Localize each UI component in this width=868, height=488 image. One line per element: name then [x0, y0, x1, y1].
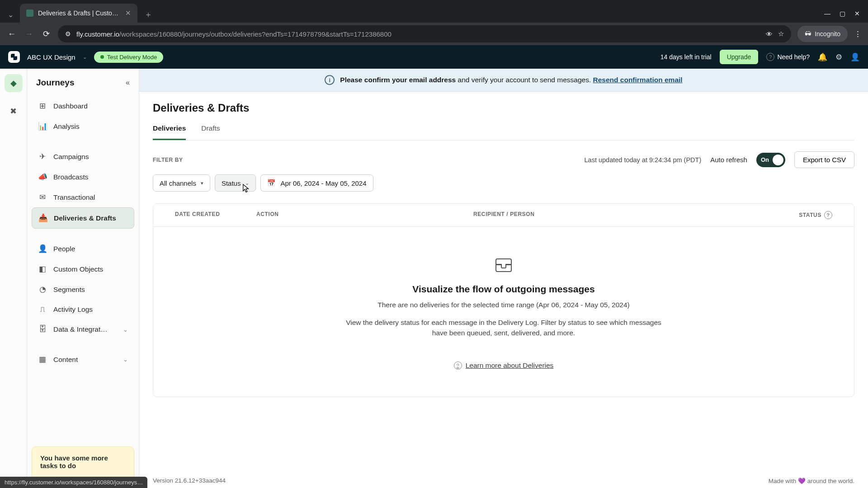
sidebar-item-deliveries[interactable]: 📥Deliveries & Drafts — [32, 207, 134, 229]
collapse-icon[interactable]: « — [126, 79, 130, 87]
sidebar-item-custom-objects[interactable]: ◧Custom Objects — [32, 259, 134, 279]
col-status-label: STATUS — [799, 212, 821, 218]
auto-refresh-toggle[interactable]: On — [756, 153, 785, 167]
favicon-icon — [26, 9, 33, 17]
incognito-label: Incognito — [815, 30, 840, 38]
status-dot-icon — [100, 55, 104, 59]
sidebar-item-transactional[interactable]: ✉Transactional — [32, 187, 134, 207]
sidebar-item-segments[interactable]: ◔Segments — [32, 279, 134, 300]
window-close-icon[interactable]: ✕ — [854, 10, 860, 17]
page-title: Deliveries & Drafts — [153, 102, 854, 114]
help-icon: ? — [454, 361, 462, 370]
sidebar-item-people[interactable]: 👤People — [32, 239, 134, 259]
tab-deliveries[interactable]: Deliveries — [153, 124, 186, 140]
back-icon[interactable]: ← — [6, 29, 17, 39]
empty-subtitle: There are no deliveries for the selected… — [171, 301, 836, 309]
avatar-icon[interactable]: 👤 — [850, 52, 860, 62]
site-info-icon[interactable]: ⚙ — [65, 30, 71, 38]
sidebar-item-analysis[interactable]: 📊Analysis — [32, 116, 134, 136]
col-recipient: RECIPIENT / PERSON — [473, 211, 783, 219]
bookmark-icon[interactable]: ☆ — [778, 30, 784, 38]
inbox-empty-icon — [495, 258, 512, 272]
sidebar-item-dashboard[interactable]: ⊞Dashboard — [32, 96, 134, 116]
gear-icon[interactable]: ⚙ — [835, 52, 842, 62]
upgrade-button[interactable]: Upgrade — [720, 50, 759, 64]
help-icon[interactable]: ? — [824, 211, 832, 219]
resend-confirmation-link[interactable]: Resend confirmation email — [593, 76, 683, 84]
sidebar-item-broadcasts[interactable]: 📣Broadcasts — [32, 167, 134, 187]
sidebar-title: Journeys — [36, 78, 74, 88]
maximize-icon[interactable]: ▢ — [840, 10, 845, 17]
sidebar-item-label: Campaigns — [53, 153, 89, 161]
sidebar-item-label: Dashboard — [53, 102, 88, 110]
sidebar-item-content[interactable]: ▦Content⌄ — [32, 349, 134, 370]
send-icon: ✈ — [38, 152, 47, 161]
megaphone-icon: 📣 — [38, 172, 47, 182]
browser-tab[interactable]: Deliveries & Drafts | Customer... ✕ — [20, 4, 137, 23]
tab-title: Deliveries & Drafts | Customer... — [38, 9, 121, 17]
trial-text: 14 days left in trial — [660, 53, 712, 61]
url-host: fly.customer.io — [76, 30, 119, 38]
chevron-down-icon: ⌄ — [123, 356, 128, 363]
workspace-name[interactable]: ABC UX Design — [27, 53, 75, 61]
chevron-down-icon: ⌄ — [245, 180, 249, 186]
app-logo-icon[interactable] — [8, 51, 20, 63]
delivery-mode-pill[interactable]: Test Delivery Mode — [94, 52, 164, 63]
dashboard-icon: ⊞ — [38, 101, 47, 111]
sidebar-item-label: Custom Objects — [53, 265, 103, 273]
mode-label: Test Delivery Mode — [107, 54, 157, 61]
table-icon: ▦ — [38, 355, 47, 364]
eye-off-icon[interactable]: 👁 — [766, 30, 773, 38]
pulse-icon: ⎍ — [38, 305, 47, 314]
caret-down-icon: ▾ — [201, 180, 203, 186]
channels-filter[interactable]: All channels ▾ — [153, 174, 210, 192]
rail-secondary[interactable]: ✖ — [5, 102, 23, 120]
address-bar[interactable]: ⚙ fly.customer.io/workspaces/160880/jour… — [58, 25, 791, 42]
status-filter[interactable]: Status ⌄ — [215, 174, 256, 192]
sidebar-item-campaigns[interactable]: ✈Campaigns — [32, 146, 134, 167]
help-icon: ? — [766, 53, 774, 61]
sidebar-item-label: People — [53, 245, 75, 253]
toast-text: You have some more tasks to do — [40, 454, 108, 469]
sidebar-item-data-integrations[interactable]: 🗄Data & Integrat…⌄ — [32, 319, 134, 339]
help-label: Need help? — [777, 53, 810, 61]
chrome-menu-icon[interactable]: ⋮ — [854, 29, 862, 39]
sidebar-item-label: Content — [53, 356, 78, 364]
tab-drafts[interactable]: Drafts — [201, 124, 220, 140]
chart-icon: 📊 — [38, 122, 47, 131]
learn-more-label: Learn more about Deliveries — [466, 361, 554, 370]
rail-journeys[interactable]: ◆ — [5, 74, 23, 92]
tab-search-dropdown[interactable]: ⌄ — [4, 6, 17, 23]
sidebar-item-label: Broadcasts — [53, 173, 89, 181]
chevron-down-icon[interactable]: ⌄ — [83, 54, 87, 60]
forward-icon[interactable]: → — [24, 29, 34, 39]
sidebar-item-label: Data & Integrat… — [53, 325, 108, 333]
export-csv-button[interactable]: Export to CSV — [794, 151, 854, 168]
minimize-icon[interactable]: — — [824, 10, 830, 17]
close-icon[interactable]: ✕ — [125, 9, 131, 17]
person-icon: 👤 — [38, 244, 47, 253]
help-link[interactable]: ? Need help? — [766, 53, 810, 61]
footer-tagline: Made with 💜 around the world. — [769, 477, 854, 484]
bell-icon[interactable]: 🔔 — [818, 52, 827, 62]
cube-icon: ◧ — [38, 264, 47, 274]
layers-icon: 🗄 — [38, 325, 47, 334]
incognito-indicator[interactable]: 🕶 Incognito — [797, 26, 848, 42]
empty-title: Visualize the flow of outgoing messages — [171, 284, 836, 295]
toggle-on-label: On — [761, 156, 769, 163]
col-status: STATUS ? — [783, 211, 832, 219]
col-date-created: DATE CREATED — [175, 211, 256, 219]
date-range-label: Apr 06, 2024 - May 05, 2024 — [280, 179, 366, 187]
date-range-filter[interactable]: 📅 Apr 06, 2024 - May 05, 2024 — [260, 174, 373, 192]
sidebar-item-label: Deliveries & Drafts — [54, 214, 116, 222]
pie-icon: ◔ — [38, 285, 47, 294]
calendar-icon: 📅 — [267, 179, 276, 187]
mail-icon: ✉ — [38, 192, 47, 202]
last-updated-text: Last updated today at 9:24:34 pm (PDT) — [585, 156, 702, 164]
sidebar-item-activity-logs[interactable]: ⎍Activity Logs — [32, 300, 134, 319]
reload-icon[interactable]: ⟳ — [41, 29, 52, 39]
new-tab-button[interactable]: ＋ — [140, 6, 156, 23]
sidebar-item-label: Segments — [53, 286, 85, 294]
empty-description: View the delivery status for each messag… — [345, 317, 662, 338]
learn-more-link[interactable]: ? Learn more about Deliveries — [454, 361, 554, 370]
